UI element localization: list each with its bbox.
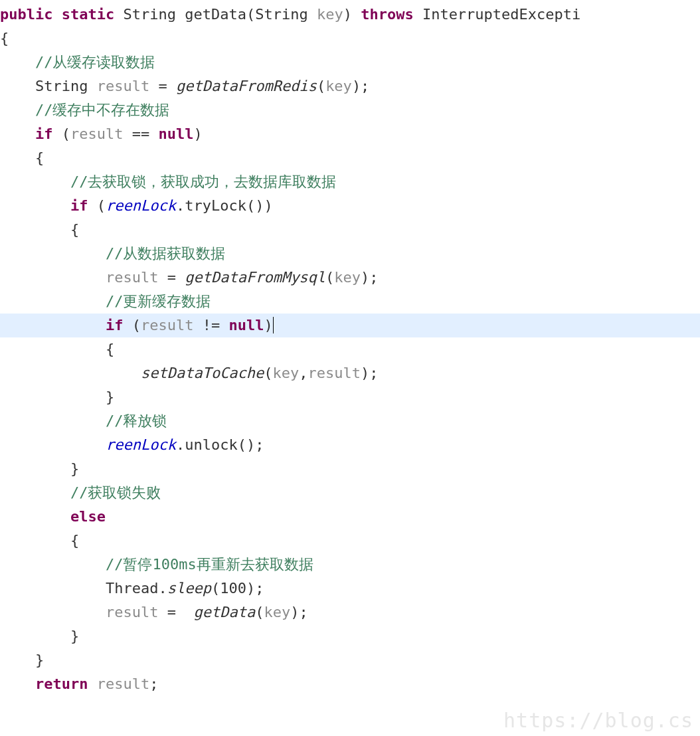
code-token: key [325,78,352,94]
code-token: reenLock [106,197,176,214]
code-line: { [0,341,114,357]
code-token: { [0,30,9,46]
code-token: //暂停100ms再重新去获取数据 [106,556,313,573]
code-line: //从缓存读取数据 [0,54,155,70]
code-line: { [0,30,9,46]
code-token: reenLock [106,436,176,453]
code-token: ( [211,580,220,597]
code-token: //从缓存读取数据 [35,54,155,70]
code-token: result [106,604,158,620]
code-token: ( [246,6,255,23]
code-token: return [35,676,88,692]
code-line: { [0,532,79,549]
code-line: //暂停100ms再重新去获取数据 [0,556,313,573]
code-token: ( [255,604,264,620]
code-token: result [106,269,158,286]
code-token [414,6,422,23]
code-token: //获取锁失败 [70,484,161,501]
code-token: result [97,78,149,94]
code-token: result [308,365,361,381]
code-token: ) [193,126,202,142]
code-token: ( [52,126,70,142]
code-token: ( [325,269,334,286]
code-token: key [273,365,300,381]
code-line: return result; [0,676,158,692]
code-line: } [0,389,114,405]
code-line: setDataToCache(key,result); [0,365,379,381]
code-token: result [97,676,149,692]
code-token: null [228,317,264,333]
code-token: } [70,460,79,477]
code-token: if [70,197,88,214]
code-token: .tryLock()) [176,197,273,214]
code-line: else [0,508,106,525]
code-token: { [70,221,79,238]
code-line: if (result == null) [0,126,203,142]
code-line: //获取锁失败 [0,484,161,501]
code-token: if [106,317,124,333]
code-token: . [158,580,167,597]
code-token: = [149,78,176,94]
code-token: getDataFromMysql [185,269,325,286]
code-line: if (result != null) [0,314,700,337]
code-line: public static String getData(String key)… [0,6,580,23]
code-token: //从数据获取数据 [106,245,226,262]
code-token: public [0,6,52,23]
code-token: //更新缓存数据 [106,293,211,310]
code-line: //更新缓存数据 [0,293,211,310]
code-token: ); [361,269,379,286]
code-line: } [0,460,79,477]
code-token: getDataFromRedis [176,78,317,94]
code-line: if (reenLock.tryLock()) [0,197,273,214]
code-line: Thread.sleep(100); [0,580,264,597]
code-token: getData [185,6,246,23]
code-token: InterruptedExcepti [422,6,580,23]
code-token: { [70,532,79,549]
code-token [52,6,61,23]
code-token: ); [290,604,308,620]
code-token: sleep [167,580,211,597]
code-line: //去获取锁，获取成功，去数据库取数据 [0,173,336,190]
code-token: == [123,126,158,142]
code-token: ) [343,6,361,23]
code-token [273,317,274,333]
code-token: null [158,126,193,142]
code-token [176,6,185,23]
code-token: //缓存中不存在数据 [35,102,170,118]
code-line: //缓存中不存在数据 [0,102,169,118]
code-token: setDataToCache [141,365,264,381]
code-token [88,676,96,692]
code-line: } [0,628,79,644]
code-token: //释放锁 [106,413,167,429]
code-token: { [106,341,114,357]
code-token [114,6,123,23]
code-token: else [70,508,106,525]
code-line: { [0,221,79,238]
code-block: public static String getData(String key)… [0,0,700,696]
code-token: Thread [106,580,158,597]
code-token: = [158,269,185,286]
code-line: //释放锁 [0,413,167,429]
code-token: String [35,78,88,94]
code-line: String result = getDataFromRedis(key); [0,78,369,94]
code-token: != [193,317,228,333]
code-token: String [255,6,307,23]
code-token: = [158,604,193,620]
code-line: result = getDataFromMysql(key); [0,269,379,286]
code-token: key [264,604,290,620]
code-token: throws [361,6,413,23]
code-token: result [141,317,193,333]
code-token: ( [88,197,106,214]
code-token: 100 [220,580,246,597]
code-line: //从数据获取数据 [0,245,225,262]
code-token: if [35,126,53,142]
code-line: reenLock.unlock(); [0,436,264,453]
code-token: , [299,365,307,381]
code-token: ; [149,676,158,692]
code-token: { [35,149,44,166]
code-token: ( [123,317,141,333]
code-token: } [106,389,114,405]
code-token: .unlock(); [176,436,264,453]
code-token: ); [246,580,264,597]
code-token: } [35,652,44,668]
